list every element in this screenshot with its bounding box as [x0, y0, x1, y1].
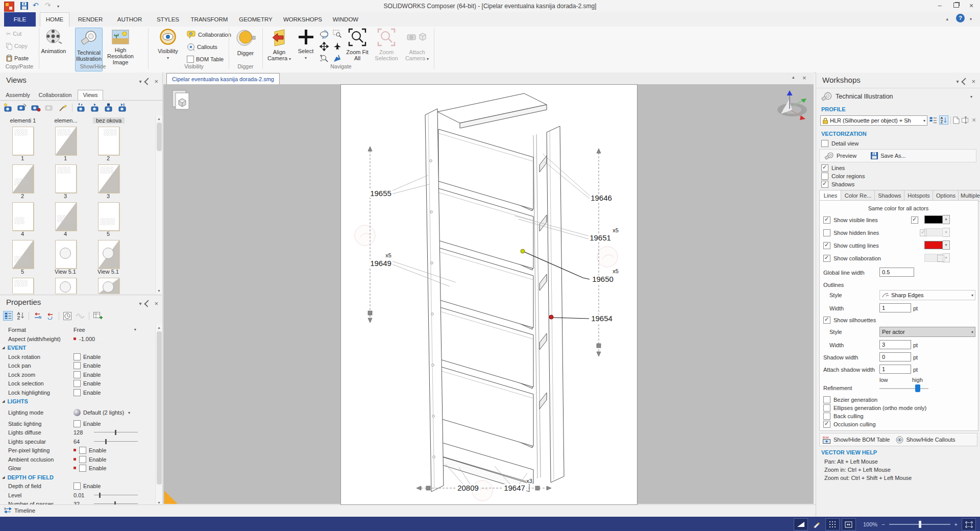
property-row[interactable]: Lock zoomEnable	[0, 370, 153, 379]
property-row[interactable]: Lights diffuse128	[0, 428, 153, 437]
timeline-tab[interactable]: Timeline	[4, 507, 35, 514]
show-cutting-lines-toggle[interactable]: Show cutting lines	[823, 242, 879, 249]
paint-style-icon[interactable]	[58, 103, 68, 112]
view-thumbnail[interactable]	[55, 202, 77, 231]
callout-label[interactable]: 19654	[590, 315, 614, 323]
property-section-lights[interactable]: ◢LIGHTS	[0, 397, 153, 405]
property-row[interactable]: Aspect (width/height)-1.000	[0, 334, 153, 344]
color-regions-toggle[interactable]: Color regions	[821, 173, 865, 180]
enable-checkbox[interactable]	[79, 465, 86, 472]
zoom-slider[interactable]	[889, 524, 950, 525]
passes-slider[interactable]	[94, 503, 138, 504]
profile-combo[interactable]: HLR (Silhouette per object) + Sh ▾	[820, 115, 927, 126]
new-profile-icon[interactable]	[953, 116, 960, 124]
property-row[interactable]: Static lightingEnable	[0, 419, 153, 428]
paste-button[interactable]: Paste	[6, 53, 29, 63]
shadows-checkbox[interactable]	[821, 181, 828, 188]
detail-view-checkbox[interactable]	[821, 140, 828, 147]
view-thumbnail[interactable]	[12, 278, 34, 294]
enable-checkbox[interactable]	[74, 362, 81, 369]
cut-button[interactable]: ✂Cut	[6, 29, 21, 39]
callout-label[interactable]: 19647	[503, 484, 526, 492]
play-views-icon[interactable]	[90, 103, 100, 112]
doc-area-collapse-icon[interactable]: ▴	[792, 75, 795, 80]
profile-sort-icon[interactable]	[939, 115, 948, 125]
bom-table-toggle[interactable]: BOM Table	[187, 54, 224, 64]
tab-transform[interactable]: TRANSFORM	[188, 12, 231, 27]
lights-specular-slider[interactable]	[94, 441, 138, 442]
fit-to-window-icon[interactable]	[962, 518, 976, 530]
show-hidden-lines-checkbox[interactable]	[823, 229, 830, 236]
collaboration-button[interactable]: Collaboration	[187, 30, 231, 40]
cutting-lines-color-picker[interactable]: ▾	[924, 241, 950, 249]
goto-first-view-icon[interactable]	[76, 103, 86, 112]
lines-checkbox[interactable]	[821, 164, 828, 172]
measure-tool-icon[interactable]	[794, 518, 808, 530]
detail-view-toggle[interactable]: Detail view	[821, 140, 859, 147]
scroll-up-icon[interactable]: ▲	[156, 115, 162, 122]
tab-window[interactable]: WINDOW	[330, 12, 361, 27]
zoom-selection-button[interactable]: Zoom Selection	[372, 28, 401, 61]
show-silhouettes-checkbox[interactable]	[823, 317, 830, 324]
visible-lines-color-picker[interactable]: ▾	[924, 215, 950, 224]
alphabetical-sort-icon[interactable]	[17, 312, 24, 320]
view-thumbnail[interactable]	[12, 202, 34, 231]
update-view-red-icon[interactable]	[31, 103, 41, 112]
back-culling-toggle[interactable]: Back culling	[823, 413, 864, 420]
property-row[interactable]: FormatFree▾	[0, 325, 153, 334]
views-menu-caret-icon[interactable]: ▾	[139, 79, 141, 84]
restore-default-icon[interactable]	[33, 312, 42, 320]
views-column-header[interactable]: elemen...	[50, 117, 82, 124]
show-cutting-lines-checkbox[interactable]	[823, 242, 830, 249]
views-scrollbar[interactable]: ▲ ▼	[155, 115, 162, 294]
workshops-menu-caret-icon[interactable]: ▾	[956, 79, 959, 84]
properties-close-icon[interactable]: ×	[154, 300, 158, 307]
paper-fit-icon[interactable]	[842, 518, 856, 530]
enable-checkbox[interactable]	[74, 482, 81, 490]
scroll-up-icon[interactable]: ▲	[156, 324, 162, 331]
callout-label[interactable]: 19651	[589, 234, 612, 242]
views-column-header[interactable]: elementi 1	[7, 117, 39, 124]
bezier-generation-toggle[interactable]: Bezier generation	[823, 396, 877, 403]
view-thumbnail[interactable]	[98, 278, 119, 294]
workshops-pin-icon[interactable]	[962, 78, 969, 85]
animation-properties-icon[interactable]	[63, 312, 71, 320]
doc-area-close-icon[interactable]: ×	[802, 74, 806, 82]
view-thumbnail[interactable]	[98, 127, 119, 155]
outline-width-input[interactable]: 1	[879, 303, 911, 312]
views-column-header-selected[interactable]: bez okova	[93, 117, 125, 124]
show-visible-lines-toggle[interactable]: Show visible lines	[823, 216, 878, 224]
zoom-in-button[interactable]: +	[954, 521, 958, 527]
occlusion-culling-checkbox[interactable]	[823, 421, 830, 428]
profile-categorized-icon[interactable]	[929, 116, 937, 124]
property-row[interactable]: Per-pixel lightingEnable	[0, 446, 153, 455]
visible-lines-same-color-checkbox[interactable]	[911, 216, 918, 224]
enable-checkbox[interactable]	[74, 371, 81, 378]
views-tab-assembly[interactable]: Assembly	[3, 90, 33, 100]
views-tab-views[interactable]: Views	[78, 90, 103, 101]
views-tab-collaboration[interactable]: Collaboration	[33, 90, 78, 100]
undo-icon[interactable]: ↶	[33, 1, 39, 9]
save-icon[interactable]	[20, 2, 28, 10]
property-section-event[interactable]: ◢EVENT	[0, 343, 153, 352]
reset-properties-icon[interactable]	[46, 312, 55, 320]
collapse-ribbon-icon[interactable]: ▴	[946, 16, 948, 21]
callout-label[interactable]: 19655	[369, 189, 393, 198]
enable-checkbox[interactable]	[79, 447, 86, 454]
shadow-width-input[interactable]: 0	[879, 352, 911, 361]
dof-level-slider[interactable]	[94, 495, 138, 495]
tab-home[interactable]: HOME	[40, 12, 69, 27]
outline-style-combo[interactable]: Sharp Edges▾	[879, 290, 975, 300]
property-row[interactable]: Lighting mode Default (2 lights)▾	[0, 406, 153, 420]
zoom-fit-all-button[interactable]: Zoom Fit All	[345, 28, 370, 61]
update-view-disabled-icon[interactable]	[44, 103, 55, 112]
orbit-icon[interactable]	[320, 30, 329, 39]
property-row[interactable]: Lock panEnable	[0, 361, 153, 370]
property-row[interactable]: GlowEnable	[0, 464, 153, 473]
stop-views-icon[interactable]	[104, 103, 114, 112]
callout-label[interactable]: 19650	[591, 275, 615, 283]
visibility-button[interactable]: Visibility▾	[153, 28, 183, 61]
property-row[interactable]: Lights specular64	[0, 437, 153, 446]
callout-label[interactable]: 19649	[369, 259, 393, 268]
view-thumbnail[interactable]	[55, 164, 77, 193]
